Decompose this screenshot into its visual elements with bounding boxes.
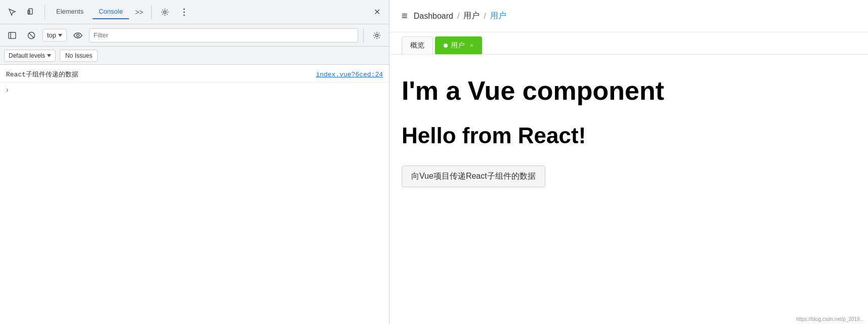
device-icon-btn[interactable] [23, 4, 39, 20]
separator-1 [45, 5, 45, 19]
breadcrumb-sep-1: / [457, 12, 459, 21]
tab-dot-icon [444, 44, 448, 48]
frame-selector[interactable]: top [42, 29, 67, 42]
tab-users[interactable]: 用户 × [435, 36, 482, 54]
tab-console[interactable]: Console [93, 5, 129, 19]
devtools-secondbar: top [0, 24, 389, 47]
filter-input[interactable] [89, 28, 358, 43]
more-tabs-btn[interactable]: >> [132, 6, 146, 18]
settings-icon-btn[interactable] [157, 4, 173, 20]
top-frame-label: top [47, 31, 56, 39]
tab-close-icon[interactable]: × [470, 42, 473, 49]
devtools-console: React子组件传递的数据 index.vue?6ced:24 › [0, 65, 389, 324]
pass-data-button[interactable]: 向Vue项目传递React子组件的数据 [402, 166, 545, 187]
svg-point-2 [164, 11, 166, 13]
breadcrumb-middle[interactable]: 用户 [463, 11, 480, 21]
app-header: ≡ Dashboard / 用户 / 用户 [389, 0, 868, 32]
tab-elements[interactable]: Elements [50, 5, 90, 19]
breadcrumb-root[interactable]: Dashboard [414, 12, 453, 21]
svg-point-11 [376, 34, 378, 36]
tab-overview-label: 概览 [410, 41, 424, 49]
clear-console-btn[interactable] [23, 27, 39, 44]
react-hello-title: Hello from React! [402, 123, 856, 149]
console-caret-row: › [0, 83, 389, 97]
svg-point-4 [184, 11, 185, 13]
tab-overview[interactable]: 概览 [402, 36, 433, 54]
eye-console-btn[interactable] [70, 27, 86, 44]
svg-rect-6 [9, 32, 16, 38]
url-hint: https://blog.csdn.net/p_2019... [796, 316, 864, 322]
app-panel: ≡ Dashboard / 用户 / 用户 概览 用户 × I'm a Vue … [389, 0, 868, 324]
svg-line-9 [29, 33, 34, 38]
default-levels-btn[interactable]: Default levels [4, 50, 56, 62]
svg-point-10 [77, 34, 79, 36]
console-sidebar-btn[interactable] [4, 27, 20, 44]
three-dot-menu-btn[interactable] [176, 4, 192, 20]
hamburger-menu-icon[interactable]: ≡ [402, 10, 408, 22]
tab-users-label: 用户 [451, 41, 465, 50]
vue-component-title: I'm a Vue component [402, 75, 856, 106]
console-caret-icon[interactable]: › [6, 86, 9, 94]
cursor-icon-btn[interactable] [4, 4, 20, 20]
app-content: I'm a Vue component Hello from React! 向V… [389, 55, 868, 324]
no-issues-btn[interactable]: No Issues [60, 50, 98, 62]
separator-filter [363, 28, 364, 43]
devtools-close-btn[interactable]: ✕ [369, 4, 385, 20]
console-log-text: React子组件传递的数据 [6, 70, 78, 79]
console-log-link[interactable]: index.vue?6ced:24 [316, 71, 383, 78]
no-issues-label: No Issues [65, 52, 92, 59]
devtools-panel: Elements Console >> ✕ [0, 0, 389, 324]
devtools-topbar: Elements Console >> ✕ [0, 0, 389, 24]
svg-point-5 [184, 14, 185, 16]
devtools-thirdbar: Default levels No Issues [0, 47, 389, 65]
filter-settings-btn[interactable] [369, 27, 385, 44]
app-tabs: 概览 用户 × [389, 32, 868, 55]
breadcrumb: Dashboard / 用户 / 用户 [414, 11, 506, 21]
default-levels-label: Default levels [9, 52, 45, 59]
svg-rect-0 [29, 9, 32, 14]
console-log-row: React子组件传递的数据 index.vue?6ced:24 [0, 67, 389, 83]
svg-point-3 [184, 8, 185, 10]
separator-2 [151, 5, 152, 19]
breadcrumb-sep-2: / [484, 12, 486, 21]
breadcrumb-current[interactable]: 用户 [490, 11, 506, 21]
